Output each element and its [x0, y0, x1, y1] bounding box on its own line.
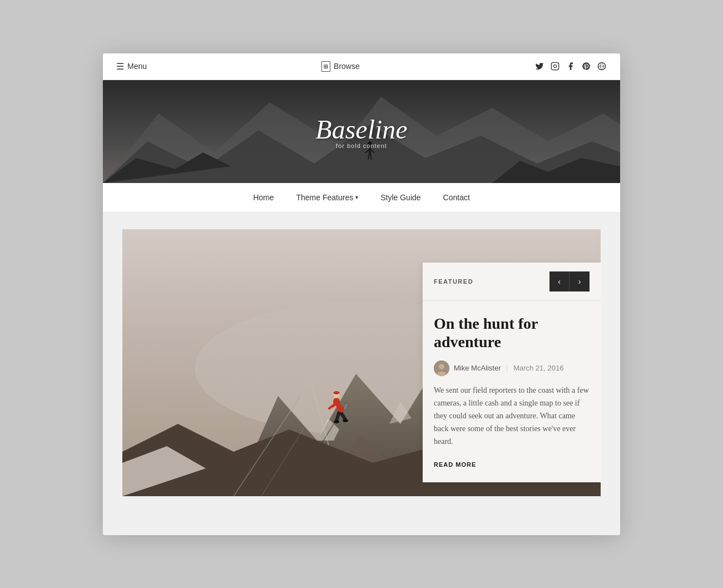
main-navigation: Home Theme Features ▾ Style Guide Contac… [103, 183, 620, 213]
site-logo: Baseline for bold content [315, 114, 407, 149]
svg-line-28 [345, 403, 350, 404]
author-name: Mike McAlister [454, 364, 501, 372]
svg-point-31 [334, 420, 339, 423]
nav-theme-features[interactable]: Theme Features ▾ [296, 193, 359, 202]
nav-contact[interactable]: Contact [443, 193, 470, 202]
pinterest-icon[interactable] [581, 61, 591, 71]
nav-home[interactable]: Home [253, 193, 274, 202]
social-icons [534, 61, 607, 71]
nav-contact-label: Contact [443, 193, 470, 202]
dropdown-chevron-icon: ▾ [355, 194, 358, 200]
nav-style-guide[interactable]: Style Guide [380, 193, 420, 202]
browser-window: ☰ Menu ⊞ Browse [103, 53, 620, 535]
browse-button[interactable]: ⊞ Browse [321, 61, 360, 72]
nav-home-label: Home [253, 193, 274, 202]
author-row: Mike McAlister | March 21, 2016 [434, 360, 590, 376]
facebook-icon[interactable] [566, 61, 576, 71]
browse-label: Browse [334, 62, 360, 71]
featured-card-header: FEATURED ‹ › [423, 263, 601, 301]
author-avatar [434, 360, 449, 376]
featured-excerpt: We sent our field reporters to the coast… [434, 384, 590, 448]
post-date: March 21, 2016 [513, 364, 563, 372]
author-separator: | [507, 364, 508, 373]
read-more-link[interactable]: READ MORE [434, 461, 476, 468]
next-button[interactable]: › [570, 271, 590, 291]
featured-title: On the hunt for adventure [434, 314, 590, 352]
wordpress-icon[interactable] [597, 61, 607, 71]
hamburger-icon: ☰ [116, 61, 124, 72]
twitter-icon[interactable] [534, 61, 544, 71]
top-bar: ☰ Menu ⊞ Browse [103, 53, 620, 80]
nav-theme-features-label: Theme Features [296, 193, 354, 202]
featured-card-body: On the hunt for adventure Mike McAlister… [423, 301, 601, 483]
hero-section: Baseline for bold content [103, 80, 620, 183]
svg-point-39 [439, 364, 444, 369]
browse-icon: ⊞ [321, 61, 330, 72]
menu-button[interactable]: ☰ Menu [116, 61, 147, 72]
instagram-icon[interactable] [550, 61, 560, 71]
carousel-controls: ‹ › [549, 271, 590, 291]
content-area: FEATURED ‹ › On the hunt for adventure [103, 213, 620, 535]
featured-card: FEATURED ‹ › On the hunt for adventure [423, 263, 601, 483]
svg-point-32 [343, 419, 348, 422]
site-title: Baseline [315, 114, 407, 145]
featured-section: FEATURED ‹ › On the hunt for adventure [122, 229, 601, 496]
svg-rect-0 [551, 62, 558, 70]
svg-point-24 [334, 391, 340, 394]
menu-label: Menu [127, 62, 147, 71]
featured-label: FEATURED [434, 278, 473, 285]
nav-style-guide-label: Style Guide [380, 193, 420, 202]
prev-button[interactable]: ‹ [549, 271, 570, 291]
